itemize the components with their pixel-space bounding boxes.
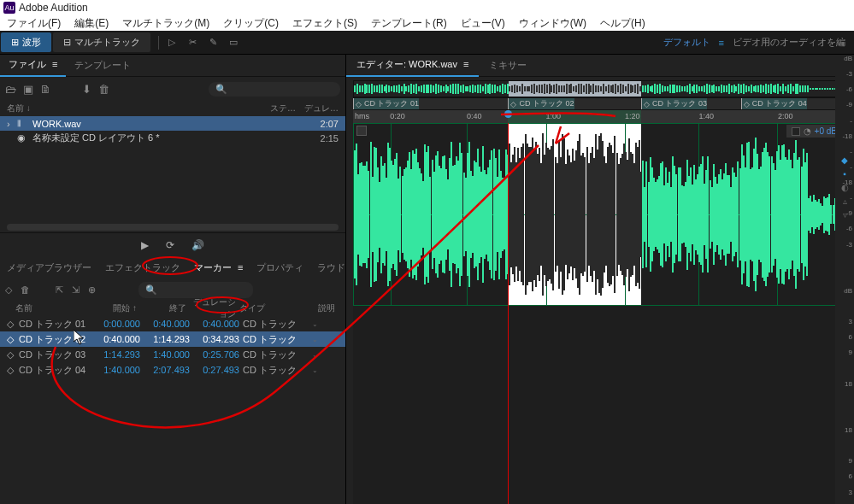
marker-add-icon[interactable]: ◇ <box>5 284 12 296</box>
overview-waveform[interactable] <box>353 80 847 97</box>
col-end[interactable]: 終了 <box>138 302 188 314</box>
menu-multitrack[interactable]: マルチトラック(M) <box>115 16 216 31</box>
search-icon: 🔍 <box>145 284 157 296</box>
channel-left[interactable] <box>353 123 847 306</box>
marker-row[interactable]: ◇ CD トラック 04 1:40.000 2:07.493 0:27.493 … <box>0 362 345 378</box>
marker-end: 1:40.000 <box>142 349 191 360</box>
trash-icon[interactable]: 🗑 <box>98 83 109 96</box>
menu-template[interactable]: テンプレート(R) <box>364 16 454 31</box>
channel-badge <box>356 126 367 136</box>
waveform-area[interactable]: ◔ +0 dB <box>353 123 847 504</box>
tab-properties[interactable]: プロパティ <box>250 258 310 278</box>
file-name: 名称未設定 CD レイアウト 6 * <box>32 132 313 144</box>
workspace-video-audio[interactable]: ビデオ用のオーディオを編 <box>733 36 845 49</box>
cd-session-icon: ◉ <box>17 132 29 144</box>
marker-trash-icon[interactable]: 🗑 <box>21 284 30 295</box>
ruler-tick: 1:40 <box>699 112 715 120</box>
loop-icon[interactable]: ⟳ <box>166 239 174 251</box>
marker-duration: 0:25.706 <box>191 349 241 360</box>
cd-track-icon: ◇ <box>3 349 17 360</box>
play-icon[interactable]: ▶ <box>141 239 149 251</box>
tab-editor[interactable]: エディター: WORK.wav ≡ <box>346 54 479 77</box>
menu-icon[interactable]: ≡ <box>463 59 468 69</box>
menu-file[interactable]: ファイル(F) <box>0 16 68 31</box>
menu-view[interactable]: ビュー(V) <box>454 16 512 31</box>
menu-icon[interactable]: ≡ <box>238 262 243 273</box>
tool-arrow-icon[interactable]: ▷ <box>166 37 178 49</box>
time-ruler[interactable]: hms 0:200:401:001:201:402:00 <box>353 109 847 123</box>
cd-marker[interactable]: ◇CD トラック 04 <box>741 98 807 109</box>
cd-marker-bar[interactable]: ◇CD トラック 01◇CD トラック 02◇CD トラック 03◇CD トラッ… <box>353 97 847 109</box>
tool-select-icon[interactable]: ▭ <box>227 37 239 49</box>
col-status[interactable]: ステ… <box>270 103 304 114</box>
ruler-tick: 0:20 <box>390 112 405 120</box>
tab-markers[interactable]: マーカー ≡ <box>187 258 250 278</box>
editor-tool-icon[interactable]: ◐ <box>839 181 851 193</box>
marker-insert-icon[interactable]: ⊕ <box>88 284 96 296</box>
marker-search[interactable]: 🔍 <box>138 282 253 298</box>
new-icon[interactable]: 🗎 <box>40 83 51 96</box>
cd-track-icon: ◇ <box>510 100 516 108</box>
expand-icon[interactable]: › <box>7 119 17 129</box>
file-dur: 2:07 <box>313 119 339 129</box>
editor-tool-icon[interactable]: ▵ <box>839 195 851 207</box>
playhead-line[interactable] <box>508 123 509 504</box>
editor-tool-icon[interactable]: ▪ <box>839 167 851 179</box>
tool-razor-icon[interactable]: ✂ <box>186 37 198 49</box>
volume-icon[interactable]: 🔊 <box>191 239 204 251</box>
marker-import-icon[interactable]: ⇲ <box>72 284 80 296</box>
multitrack-toggle[interactable]: ⊟ マルチトラック <box>53 32 150 52</box>
marker-row[interactable]: ◇ CD トラック 02 0:40.000 1:14.293 0:34.293 … <box>0 331 345 347</box>
marker-row[interactable]: ◇ CD トラック 01 0:00.000 0:40.000 0:40.000 … <box>0 316 345 331</box>
file-row[interactable]: ◉ 名称未設定 CD レイアウト 6 * 2:15 <box>0 131 345 145</box>
marker-type[interactable]: CD トラック⌄ <box>241 318 320 331</box>
search-input[interactable] <box>231 85 333 94</box>
save-icon[interactable]: ⬇ <box>82 83 91 96</box>
menu-icon[interactable]: ≡ <box>52 59 57 69</box>
col-name[interactable]: 名前 <box>14 302 96 314</box>
marker-name: CD トラック 04 <box>17 364 99 377</box>
menu-edit[interactable]: 編集(E) <box>68 16 115 31</box>
marker-row[interactable]: ◇ CD トラック 03 1:14.293 1:40.000 0:25.706 … <box>0 347 345 362</box>
col-desc[interactable]: 説明 <box>316 302 345 314</box>
menu-effect[interactable]: エフェクト(S) <box>286 16 364 31</box>
cd-marker[interactable]: ◇CD トラック 03 <box>641 98 707 109</box>
ruler-tick: 1:00 <box>545 112 561 120</box>
workspace-default[interactable]: デフォルト <box>663 36 710 49</box>
tab-mixer[interactable]: ミキサー <box>479 55 537 76</box>
cd-track-icon: ◇ <box>3 319 17 330</box>
menu-clip[interactable]: クリップ(C) <box>216 16 286 31</box>
cd-marker[interactable]: ◇CD トラック 01 <box>353 98 419 109</box>
tool-brush-icon[interactable]: ✎ <box>207 37 219 49</box>
file-list-header: 名前 ↓ ステ… デュレ… <box>0 101 345 116</box>
col-name[interactable]: 名前 ↓ <box>7 103 270 114</box>
col-start[interactable]: 開始 ↑ <box>96 302 138 314</box>
cd-marker[interactable]: ◇CD トラック 02 <box>508 98 574 109</box>
workspace-menu-icon[interactable]: ≡ <box>719 38 724 48</box>
col-duration[interactable]: デュレ… <box>304 103 339 114</box>
files-toolbar: 🗁 ▣ 🗎 ⬇ 🗑 🔍 <box>0 77 345 101</box>
menu-help[interactable]: ヘルプ(H) <box>593 16 652 31</box>
open-icon[interactable]: 🗁 <box>5 83 16 96</box>
marker-type[interactable]: CD トラック⌄ <box>241 349 320 361</box>
waveform-toggle[interactable]: ⊞ 波形 <box>1 32 51 52</box>
col-type[interactable]: タイプ <box>238 302 316 314</box>
tab-files[interactable]: ファイル ≡ <box>0 54 66 77</box>
menu-window[interactable]: ウィンドウ(W) <box>512 16 593 31</box>
scrollbar[interactable] <box>7 224 339 231</box>
tab-media-browser[interactable]: メディアブラウザー <box>0 258 98 278</box>
marker-search-input[interactable] <box>161 284 246 296</box>
record-icon[interactable]: ▣ <box>23 83 33 96</box>
marker-end: 1:14.293 <box>142 334 191 344</box>
playback-bar: ▶ ⟳ 🔊 <box>0 232 345 256</box>
editor-tool-icon[interactable]: ◆ <box>839 154 851 166</box>
marker-type[interactable]: CD トラック⌄ <box>241 364 320 377</box>
file-row[interactable]: › ⦀ WORK.wav 2:07 <box>0 116 345 131</box>
tab-template[interactable]: テンプレート <box>66 55 139 76</box>
editor-tool-icon[interactable]: ▿ <box>839 208 851 220</box>
tab-effect-rack[interactable]: エフェクトラック <box>98 258 187 278</box>
marker-export-icon[interactable]: ⇱ <box>56 284 63 296</box>
search-box[interactable]: 🔍 <box>209 82 340 97</box>
marker-type[interactable]: CD トラック⌄ <box>241 333 320 346</box>
marker-end: 0:40.000 <box>142 319 191 329</box>
